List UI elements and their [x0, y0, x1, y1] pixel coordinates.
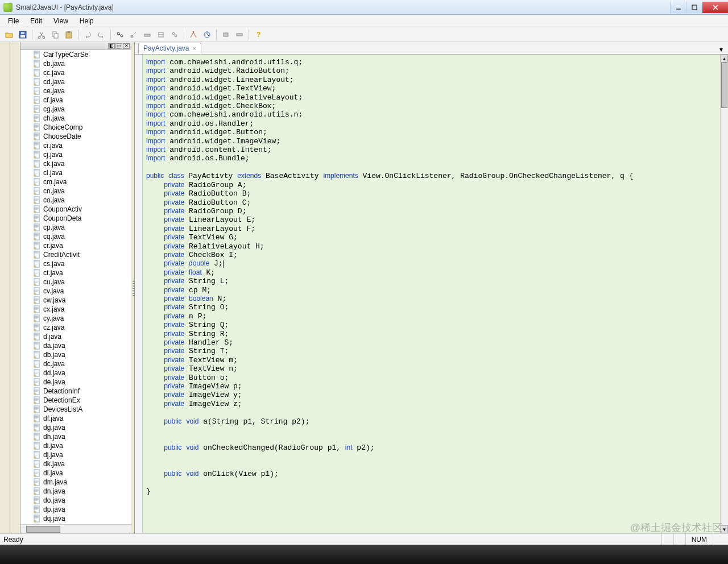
scroll-up-icon[interactable]: ▲: [721, 55, 728, 63]
tool-button-7[interactable]: [220, 29, 231, 40]
tabs-dropdown-icon[interactable]: ▾: [717, 45, 726, 54]
tree-item[interactable]: cn.java: [33, 186, 131, 196]
tree-item[interactable]: cz.java: [33, 323, 131, 332]
tree-item[interactable]: dn.java: [33, 487, 131, 496]
tree-item[interactable]: da.java: [33, 341, 131, 350]
tool-button-3[interactable]: [155, 29, 167, 40]
tree-item[interactable]: dh.java: [33, 432, 131, 441]
tree-item[interactable]: dq.java: [33, 514, 131, 523]
tree-item[interactable]: db.java: [33, 350, 131, 359]
tree-item[interactable]: cp.java: [33, 223, 131, 232]
tree-item[interactable]: cw.java: [33, 296, 131, 305]
tree-item[interactable]: df.java: [33, 414, 131, 423]
editor-tab-active[interactable]: PayActivty.java ×: [138, 43, 201, 54]
tool-button-6[interactable]: [201, 29, 213, 40]
tree-item-label: cq.java: [43, 233, 65, 240]
tree-collapse-icon[interactable]: ◧: [108, 43, 115, 49]
menu-view[interactable]: View: [48, 16, 74, 26]
tree-close-icon[interactable]: ✕: [123, 43, 130, 49]
paste-button[interactable]: [63, 29, 75, 40]
tree-item[interactable]: cf.java: [33, 96, 131, 105]
tree-item[interactable]: cm.java: [33, 177, 131, 186]
tree-item[interactable]: cj.java: [33, 150, 131, 159]
svg-rect-195: [35, 355, 38, 355]
tree-item-label: cl.java: [43, 169, 63, 177]
tree-item[interactable]: cc.java: [33, 68, 131, 77]
menu-file[interactable]: File: [2, 16, 24, 26]
tree-item[interactable]: dk.java: [33, 459, 131, 468]
tree-item[interactable]: dj.java: [33, 450, 131, 459]
tree-item[interactable]: ct.java: [33, 268, 131, 277]
tree-item[interactable]: CarTypeCarSe: [33, 50, 131, 59]
undo-button[interactable]: [82, 29, 93, 40]
code-content[interactable]: import com.cheweishi.android.utils.q; im…: [143, 55, 720, 533]
tree-item[interactable]: CouponDeta: [33, 214, 131, 223]
help-button[interactable]: ?: [253, 29, 264, 40]
tree-item[interactable]: co.java: [33, 196, 131, 205]
tree-item[interactable]: ChoiceComp: [33, 123, 131, 132]
tree-item[interactable]: ChooseDate: [33, 132, 131, 141]
maximize-button[interactable]: [686, 2, 702, 13]
tree-item[interactable]: ci.java: [33, 141, 131, 150]
tree-item-label: cy.java: [43, 314, 64, 322]
tool-button-2[interactable]: [142, 29, 153, 40]
tree-item[interactable]: dg.java: [33, 423, 131, 432]
tree-item[interactable]: DetectionEx: [33, 396, 131, 405]
svg-rect-33: [35, 61, 39, 62]
tree-item[interactable]: dm.java: [33, 478, 131, 487]
tree-item[interactable]: CouponActiv: [33, 205, 131, 214]
menu-help[interactable]: Help: [74, 16, 100, 26]
tree-item[interactable]: cl.java: [33, 168, 131, 177]
tree-item[interactable]: DevicesListA: [33, 405, 131, 414]
tree-item[interactable]: dc.java: [33, 359, 131, 368]
tool-button-4[interactable]: [169, 29, 180, 40]
tree-item[interactable]: cd.java: [33, 77, 131, 86]
tree-item[interactable]: DetactionInf: [33, 387, 131, 396]
tool-button-1[interactable]: [128, 29, 139, 40]
find-button[interactable]: [114, 29, 126, 40]
svg-rect-150: [35, 273, 38, 273]
svg-point-136: [34, 247, 36, 248]
tree-item[interactable]: cv.java: [33, 287, 131, 296]
tree-horizontal-scrollbar[interactable]: [20, 524, 131, 533]
tree-item[interactable]: cy.java: [33, 314, 131, 323]
tree-item[interactable]: dp.java: [33, 505, 131, 514]
copy-button[interactable]: [49, 29, 61, 40]
tree-item[interactable]: di.java: [33, 441, 131, 450]
tree-item[interactable]: cg.java: [33, 105, 131, 114]
tree-item[interactable]: cu.java: [33, 277, 131, 287]
tree-item[interactable]: cq.java: [33, 232, 131, 241]
svg-rect-239: [35, 436, 39, 436]
open-folder-button[interactable]: [3, 29, 15, 40]
svg-point-66: [34, 119, 36, 121]
tree-item[interactable]: ck.java: [33, 159, 131, 168]
svg-point-111: [34, 201, 36, 203]
tree-item[interactable]: cb.java: [33, 59, 131, 68]
scroll-down-icon[interactable]: ▼: [721, 525, 728, 533]
tree-item[interactable]: cx.java: [33, 305, 131, 314]
cut-button[interactable]: [36, 29, 47, 40]
tree-item[interactable]: do.java: [33, 496, 131, 505]
tree-item[interactable]: d.java: [33, 332, 131, 341]
tree-item[interactable]: dd.java: [33, 368, 131, 378]
redo-button[interactable]: [96, 29, 107, 40]
tree-item[interactable]: cr.java: [33, 241, 131, 250]
tree-item[interactable]: dl.java: [33, 468, 131, 478]
tree-item[interactable]: CreditActivit: [33, 250, 131, 259]
tree-pin-icon[interactable]: ▭: [115, 43, 122, 49]
minimize-button[interactable]: [670, 2, 686, 13]
menu-edit[interactable]: Edit: [24, 16, 48, 26]
code-viewport[interactable]: import com.cheweishi.android.utils.q; im…: [135, 55, 728, 533]
tree-item[interactable]: ch.java: [33, 114, 131, 123]
tab-close-icon[interactable]: ×: [192, 45, 196, 52]
tool-button-8[interactable]: [234, 29, 245, 40]
tree-item[interactable]: de.java: [33, 378, 131, 387]
tool-button-5[interactable]: [188, 29, 199, 40]
file-tree[interactable]: CarTypeCarSecb.javacc.javacd.javace.java…: [20, 50, 131, 524]
tree-item[interactable]: ce.java: [33, 86, 131, 96]
code-vertical-scrollbar[interactable]: ▲ ▼: [720, 55, 728, 533]
window-title: Smali2JavaUI - [PayActivty.java]: [16, 3, 114, 11]
save-button[interactable]: [17, 29, 28, 40]
close-button[interactable]: [702, 2, 728, 13]
tree-item[interactable]: cs.java: [33, 259, 131, 268]
